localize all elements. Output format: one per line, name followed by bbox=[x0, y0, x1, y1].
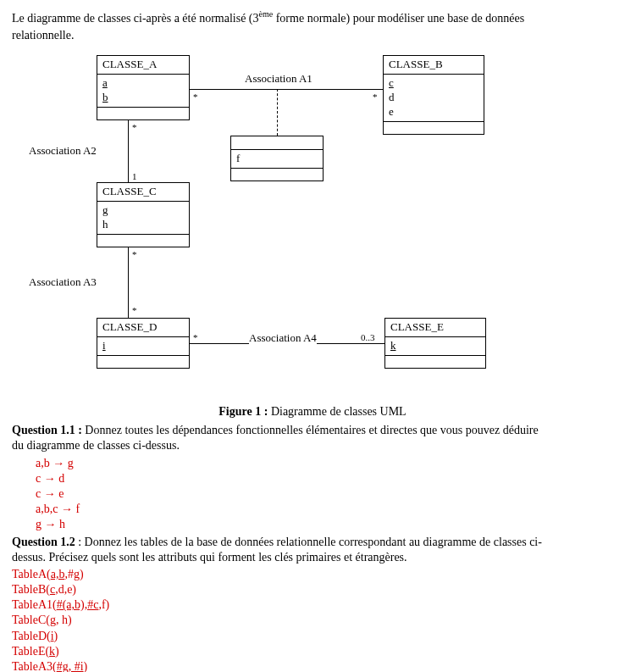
ans11-3: a,b,c → f bbox=[36, 502, 613, 517]
line-a1-dash bbox=[277, 89, 278, 136]
q11-text2: du diagramme de classes ci-dessus. bbox=[12, 438, 613, 453]
intro-sup: ème bbox=[259, 9, 274, 19]
attr-h: h bbox=[102, 218, 184, 232]
mult-one: 1 bbox=[132, 170, 137, 182]
mult-zero3: 0..3 bbox=[361, 331, 375, 343]
table-e: TableE(k) bbox=[12, 644, 613, 659]
mult-starCbot: * bbox=[132, 248, 137, 260]
intro-text-b: forme normale) pour modéliser une base d… bbox=[273, 12, 524, 25]
label-a2: Association A2 bbox=[29, 144, 97, 158]
table-a1: TableA1(#(a,b),#c,f) bbox=[12, 597, 613, 613]
uml-diagram: CLASSE_A a b CLASSE_B c d e f CLASSE_C g… bbox=[12, 47, 605, 403]
class-b-box: CLASSE_B c d e bbox=[383, 55, 484, 135]
intro-text-a: Le diagramme de classes ci-après a été n… bbox=[12, 12, 259, 25]
label-a3: Association A3 bbox=[29, 275, 97, 290]
attr-b: b bbox=[102, 91, 184, 105]
attr-e: e bbox=[389, 105, 478, 119]
q11-bold: Question 1.1 : bbox=[12, 424, 82, 436]
table-a: TableA(a,b,#g) bbox=[12, 567, 613, 582]
class-b-name: CLASSE_B bbox=[384, 56, 484, 75]
attr-a: a bbox=[102, 76, 184, 91]
class-c-attrs: g h bbox=[97, 202, 189, 235]
ans11-4: g → h bbox=[36, 517, 613, 532]
answer-1-1: a,b → g c → d c → e a,b,c → f g → h bbox=[36, 456, 613, 533]
figure-caption-rest: Diagramme de classes UML bbox=[268, 405, 406, 418]
assoc-attrs: f bbox=[231, 150, 323, 169]
class-a-box: CLASSE_A a b bbox=[97, 55, 190, 120]
class-d-name: CLASSE_D bbox=[97, 319, 189, 337]
class-e-name: CLASSE_E bbox=[385, 319, 485, 337]
mult-starA: * bbox=[193, 91, 198, 103]
table-a3: TableA3(#g, #i) bbox=[12, 659, 613, 672]
mult-starCtop: * bbox=[132, 121, 137, 133]
label-a1: Association A1 bbox=[245, 72, 312, 86]
class-c-box: CLASSE_C g h bbox=[97, 182, 190, 247]
mult-starDright: * bbox=[193, 331, 198, 343]
question-1-1: Question 1.1 : Donnez toutes les dépenda… bbox=[12, 423, 613, 438]
intro-line2: relationnelle. bbox=[12, 28, 613, 43]
label-a4: Association A4 bbox=[249, 331, 317, 346]
assoc-class-box: f bbox=[230, 136, 324, 181]
mult-starB: * bbox=[373, 91, 378, 103]
q11-text: Donnez toutes les dépendances fonctionne… bbox=[82, 424, 539, 436]
class-d-box: CLASSE_D i bbox=[97, 318, 190, 369]
q12-bold: Question 1.2 bbox=[12, 536, 75, 548]
line-a3 bbox=[128, 247, 129, 318]
attr-k: k bbox=[390, 339, 480, 353]
class-e-box: CLASSE_E k bbox=[384, 318, 486, 369]
class-c-name: CLASSE_C bbox=[97, 183, 189, 202]
attr-c: c bbox=[389, 76, 478, 91]
ans11-1: c → d bbox=[36, 471, 613, 486]
line-a1 bbox=[190, 89, 383, 90]
attr-i: i bbox=[102, 339, 184, 353]
q12-text2: dessus. Précisez quels sont les attribut… bbox=[12, 550, 613, 565]
attr-d: d bbox=[389, 91, 478, 105]
class-e-attrs: k bbox=[385, 337, 485, 356]
ans11-2: c → e bbox=[36, 486, 613, 502]
q12-text: : Donnez les tables de la base de donnée… bbox=[75, 536, 542, 548]
ans11-0: a,b → g bbox=[36, 456, 613, 471]
mult-starDtop: * bbox=[132, 304, 137, 316]
intro-line1: Le diagramme de classes ci-après a été n… bbox=[12, 8, 613, 26]
table-c: TableC(g, h) bbox=[12, 613, 613, 628]
figure-caption-bold: Figure 1 : bbox=[218, 405, 268, 418]
class-a-attrs: a b bbox=[97, 75, 189, 108]
table-d: TableD(i) bbox=[12, 629, 613, 644]
class-a-name: CLASSE_A bbox=[97, 56, 189, 75]
line-a2 bbox=[128, 119, 129, 182]
table-b: TableB(c,d,e) bbox=[12, 582, 613, 597]
attr-g: g bbox=[102, 203, 184, 218]
class-b-attrs: c d e bbox=[384, 75, 484, 122]
attr-f: f bbox=[236, 152, 318, 166]
class-d-attrs: i bbox=[97, 337, 189, 356]
figure-caption: Figure 1 : Diagramme de classes UML bbox=[12, 404, 613, 419]
question-1-2: Question 1.2 : Donnez les tables de la b… bbox=[12, 535, 613, 550]
answer-1-2: TableA(a,b,#g) TableB(c,d,e) TableA1(#(a… bbox=[12, 567, 613, 672]
